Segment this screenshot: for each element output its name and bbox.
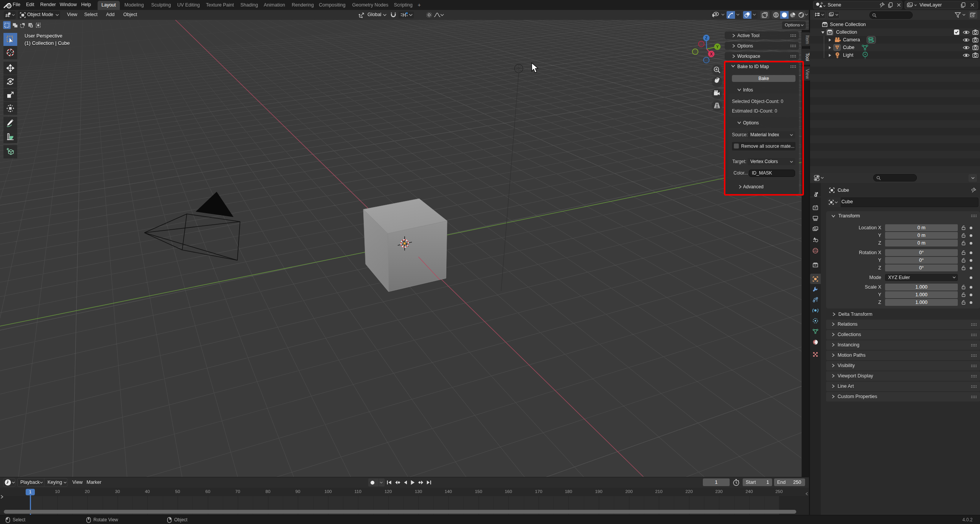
svg-text:Y: Y xyxy=(716,45,719,49)
svg-text:Z: Z xyxy=(705,36,707,40)
svg-text:X: X xyxy=(710,52,713,56)
